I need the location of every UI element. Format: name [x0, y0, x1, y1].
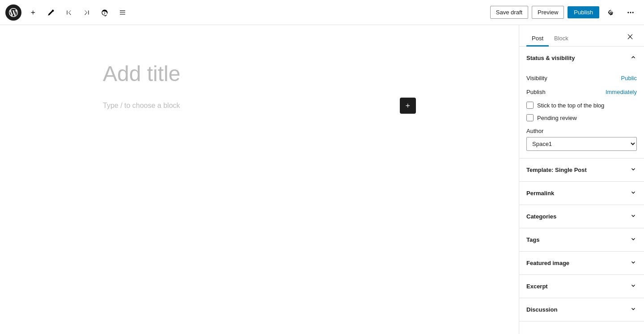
sidebar: Post Block Status & visibility Visibilit… — [519, 25, 644, 334]
post-title[interactable]: Add title — [103, 61, 416, 87]
featured-image-header[interactable]: Featured image — [519, 252, 644, 274]
featured-image-section: Featured image — [519, 252, 644, 275]
pending-review-checkbox[interactable] — [526, 114, 534, 121]
author-label: Author — [526, 128, 637, 134]
post-tab[interactable]: Post — [526, 31, 549, 47]
template-header[interactable]: Template: Single Post — [519, 158, 644, 181]
block-tab[interactable]: Block — [549, 31, 574, 47]
status-visibility-title: Status & visibility — [526, 55, 575, 61]
block-placeholder-text: Type / to choose a block — [103, 102, 394, 110]
visibility-row: Visibility Public — [526, 71, 637, 85]
excerpt-chevron-down-icon — [630, 282, 637, 291]
topbar: Save draft Preview Publish — [0, 0, 644, 25]
discussion-header[interactable]: Discussion — [519, 298, 644, 321]
info-button[interactable] — [97, 4, 113, 21]
sidebar-tabs: Post Block — [519, 25, 644, 47]
list-view-button[interactable] — [114, 4, 131, 21]
discussion-section: Discussion — [519, 298, 644, 321]
discussion-chevron-down-icon — [630, 305, 637, 314]
featured-image-title: Featured image — [526, 260, 569, 266]
sidebar-close-button[interactable] — [623, 30, 637, 43]
categories-section: Categories — [519, 205, 644, 228]
stick-to-top-row: Stick to the top of the blog — [526, 99, 637, 111]
tags-section: Tags — [519, 228, 644, 252]
publish-row: Publish Immediately — [526, 85, 637, 99]
editor-content: Add title Type / to choose a block — [103, 61, 416, 114]
tags-title: Tags — [526, 236, 539, 243]
editor-area: Add title Type / to choose a block — [0, 25, 519, 334]
status-visibility-chevron-up-icon — [630, 54, 637, 62]
save-draft-button[interactable]: Save draft — [490, 6, 528, 19]
topbar-right: Save draft Preview Publish — [490, 4, 639, 21]
excerpt-title: Excerpt — [526, 283, 548, 290]
redo-button[interactable] — [79, 4, 95, 21]
author-section: Author Space1 — [526, 124, 637, 151]
add-block-button[interactable] — [25, 4, 41, 21]
permalink-header[interactable]: Permalink — [519, 182, 644, 205]
undo-button[interactable] — [61, 4, 77, 21]
visibility-label: Visibility — [526, 75, 547, 81]
more-options-button[interactable] — [623, 4, 639, 21]
status-visibility-content: Visibility Public Publish Immediately St… — [519, 69, 644, 158]
pending-review-label[interactable]: Pending review — [537, 115, 577, 121]
stick-to-top-checkbox[interactable] — [526, 102, 534, 109]
categories-title: Categories — [526, 213, 556, 220]
status-visibility-header[interactable]: Status & visibility — [519, 47, 644, 69]
template-title: Template: Single Post — [526, 167, 587, 173]
status-visibility-section: Status & visibility Visibility Public Pu… — [519, 47, 644, 158]
wp-logo[interactable] — [5, 4, 21, 21]
discussion-title: Discussion — [526, 306, 557, 313]
publish-button[interactable]: Publish — [568, 6, 599, 18]
permalink-chevron-down-icon — [630, 189, 637, 197]
excerpt-header[interactable]: Excerpt — [519, 275, 644, 298]
categories-chevron-down-icon — [630, 212, 637, 221]
publish-value[interactable]: Immediately — [606, 89, 637, 95]
featured-image-chevron-down-icon — [630, 259, 637, 267]
tags-chevron-down-icon — [630, 236, 637, 244]
visibility-value[interactable]: Public — [621, 75, 637, 81]
pending-review-row: Pending review — [526, 111, 637, 124]
categories-header[interactable]: Categories — [519, 205, 644, 228]
publish-label: Publish — [526, 89, 546, 95]
permalink-section: Permalink — [519, 182, 644, 205]
topbar-left — [5, 4, 131, 21]
author-select[interactable]: Space1 — [526, 137, 637, 151]
stick-to-top-label[interactable]: Stick to the top of the blog — [537, 102, 604, 109]
excerpt-section: Excerpt — [519, 275, 644, 298]
add-block-inline-button[interactable] — [400, 98, 416, 114]
edit-button[interactable] — [43, 4, 59, 21]
block-placeholder-row: Type / to choose a block — [103, 98, 416, 114]
settings-button[interactable] — [603, 4, 619, 21]
template-section: Template: Single Post — [519, 158, 644, 182]
preview-button[interactable]: Preview — [532, 6, 564, 19]
main-layout: Add title Type / to choose a block Post … — [0, 25, 644, 334]
permalink-title: Permalink — [526, 190, 554, 197]
template-chevron-down-icon — [630, 166, 637, 174]
tags-header[interactable]: Tags — [519, 228, 644, 251]
